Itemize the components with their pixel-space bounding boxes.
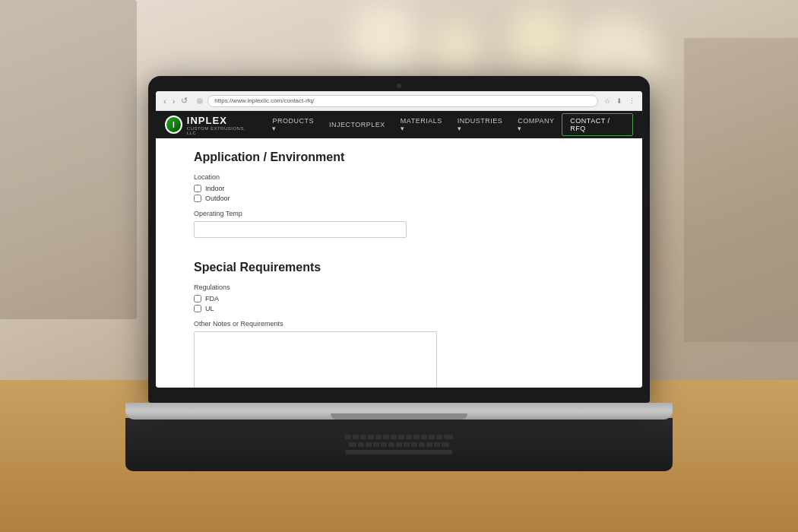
key xyxy=(436,435,442,439)
indoor-checkbox-label[interactable]: Indoor xyxy=(194,185,604,192)
key xyxy=(381,442,387,447)
browser-chrome: ‹ › ↺ https://www.inplexllc.com/contact-… xyxy=(156,91,642,111)
key xyxy=(366,442,372,447)
cabinet-right-decoration xyxy=(684,38,798,342)
fda-checkbox-label[interactable]: FDA xyxy=(194,295,604,302)
browser-dot-1 xyxy=(197,98,203,104)
bokeh-light xyxy=(509,8,570,68)
other-notes-label: Other Notes or Requirements xyxy=(194,320,604,328)
ul-label: UL xyxy=(205,305,214,312)
regulations-checkboxes: FDA UL xyxy=(194,295,604,312)
operating-temp-label: Operating Temp xyxy=(194,210,604,217)
keyboard-row-3 xyxy=(346,450,452,454)
bokeh-light xyxy=(433,23,479,68)
laptop-keyboard xyxy=(125,418,673,471)
spacebar xyxy=(346,450,452,454)
key xyxy=(345,435,351,439)
key xyxy=(383,435,389,439)
website-content: I INPLEX CUSTOM EXTRUSIONS, LLC PRODUCTS… xyxy=(156,111,642,388)
url-text: https://www.inplexllc.com/contact-rfq/ xyxy=(214,97,314,104)
key xyxy=(434,442,440,447)
download-icon[interactable]: ⬇ xyxy=(615,97,624,106)
nav-links-group: PRODUCTS ▾ INJECTORPLEX MATERIALS ▾ INDU… xyxy=(264,111,562,138)
key xyxy=(358,442,364,447)
ul-checkbox[interactable] xyxy=(194,305,201,312)
key xyxy=(442,442,449,447)
key xyxy=(429,435,435,439)
key xyxy=(444,435,453,439)
forward-button[interactable]: › xyxy=(171,97,177,106)
key xyxy=(391,435,397,439)
section-title-application: Application / Environment xyxy=(194,150,604,164)
key xyxy=(426,442,432,447)
key xyxy=(360,435,366,439)
location-checkboxes: Indoor Outdoor xyxy=(194,185,604,202)
cabinet-decoration xyxy=(0,0,137,319)
laptop-bezel: ‹ › ↺ https://www.inplexllc.com/contact-… xyxy=(156,91,642,388)
regulations-field: Regulations FDA UL xyxy=(194,283,604,312)
menu-icon[interactable]: ⋮ xyxy=(627,97,636,106)
contact-rfq-button[interactable]: Contact / RFQ xyxy=(562,113,633,136)
operating-temp-field: Operating Temp xyxy=(194,210,604,249)
other-notes-textarea[interactable] xyxy=(194,331,437,388)
operating-temp-input[interactable] xyxy=(194,221,407,238)
star-icon[interactable]: ☆ xyxy=(603,97,612,106)
logo-icon: I xyxy=(165,116,182,134)
laptop-screen-shell: ‹ › ↺ https://www.inplexllc.com/contact-… xyxy=(148,76,650,403)
fda-checkbox[interactable] xyxy=(194,295,201,302)
logo-text-group: INPLEX CUSTOM EXTRUSIONS, LLC xyxy=(187,115,253,135)
back-button[interactable]: ‹ xyxy=(162,97,168,106)
location-field: Location Indoor Outdoor xyxy=(194,173,604,202)
key xyxy=(373,442,379,447)
laptop: ‹ › ↺ https://www.inplexllc.com/contact-… xyxy=(125,76,673,471)
keyboard-row-2 xyxy=(349,442,449,447)
fda-label: FDA xyxy=(205,295,219,302)
bokeh-light xyxy=(350,4,418,72)
nav-materials[interactable]: MATERIALS ▾ xyxy=(393,111,450,138)
refresh-button[interactable]: ↺ xyxy=(179,96,189,106)
ul-checkbox-label[interactable]: UL xyxy=(194,305,604,312)
key xyxy=(411,442,417,447)
indoor-label: Indoor xyxy=(205,185,225,192)
logo-tagline: CUSTOM EXTRUSIONS, LLC xyxy=(187,126,253,135)
key xyxy=(398,435,404,439)
key xyxy=(404,442,410,447)
other-notes-field: Other Notes or Requirements xyxy=(194,320,604,388)
browser-actions: ☆ ⬇ ⋮ xyxy=(603,97,636,106)
address-bar[interactable]: https://www.inplexllc.com/contact-rfq/ xyxy=(207,95,598,107)
outdoor-label: Outdoor xyxy=(205,195,230,202)
key xyxy=(406,435,412,439)
browser-navigation: ‹ › ↺ xyxy=(162,96,189,106)
site-navigation: I INPLEX CUSTOM EXTRUSIONS, LLC PRODUCTS… xyxy=(156,111,642,138)
laptop-hinge xyxy=(125,403,673,420)
key xyxy=(419,442,425,447)
outdoor-checkbox-label[interactable]: Outdoor xyxy=(194,195,604,202)
key xyxy=(353,435,359,439)
key xyxy=(421,435,427,439)
application-environment-section: Application / Environment Location Indoo… xyxy=(194,150,604,249)
logo-letter: I xyxy=(173,121,175,129)
key xyxy=(375,435,382,439)
key xyxy=(368,435,374,439)
page-content: Application / Environment Location Indoo… xyxy=(156,138,642,388)
laptop-camera xyxy=(397,84,401,88)
location-label: Location xyxy=(194,173,604,181)
logo-name: INPLEX xyxy=(187,115,253,126)
keyboard-row-1 xyxy=(345,435,453,439)
key xyxy=(413,435,420,439)
nav-injectorplex[interactable]: INJECTORPLEX xyxy=(321,111,393,138)
key xyxy=(396,442,402,447)
section-title-special: Special Requirements xyxy=(194,261,604,274)
outdoor-checkbox[interactable] xyxy=(194,195,201,202)
nav-products[interactable]: PRODUCTS ▾ xyxy=(264,111,321,138)
key xyxy=(388,442,394,447)
special-requirements-section: Special Requirements Regulations FDA xyxy=(194,261,604,388)
nav-company[interactable]: COMPANY ▾ xyxy=(510,111,562,138)
nav-industries[interactable]: INDUSTRIES ▾ xyxy=(450,111,511,138)
key xyxy=(349,442,356,447)
indoor-checkbox[interactable] xyxy=(194,185,201,192)
regulations-label: Regulations xyxy=(194,283,604,291)
site-logo[interactable]: I INPLEX CUSTOM EXTRUSIONS, LLC xyxy=(165,115,252,135)
